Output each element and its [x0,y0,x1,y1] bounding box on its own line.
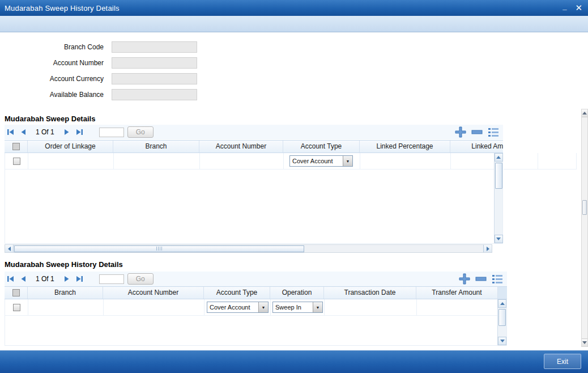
scroll-up-icon [500,302,505,305]
sweep-details-table-body: Cover Account ▼ [5,153,503,244]
branch-code-label: Branch Code [0,41,104,53]
page-scrollbar[interactable] [581,109,588,347]
row-actions [454,126,500,138]
sweep-details-pagination: 1 Of 1 Go [5,125,503,139]
sweep-details-table: Order of Linkage Branch Account Number A… [5,140,503,244]
page-indicator: 1 Of 1 [36,275,54,283]
horizontal-scrollbar-thumb[interactable] [14,245,304,252]
goto-page-input[interactable] [99,274,124,284]
scroll-left-button[interactable] [5,245,14,252]
scrollbar-thumb[interactable] [495,163,502,189]
column-header-transfer-amount: Transfer Amount [416,287,498,299]
scroll-up-icon [496,156,501,159]
linked-amount-cell [451,153,495,169]
scroll-down-icon [582,341,587,344]
sweep-history-heading: Mudarabah Sweep History Details [5,260,123,269]
column-header-linked-percentage: Linked Percentage [360,141,450,152]
table-row: Cover Account ▼ [5,153,495,169]
branch-code-field[interactable] [112,41,197,53]
column-header-branch: Branch [28,287,103,299]
account-currency-field[interactable] [112,73,197,84]
next-page-icon [63,275,70,282]
row-select-cell [5,153,28,169]
page-scroll-up-button[interactable] [582,109,587,117]
scroll-down-button[interactable] [495,235,503,243]
column-header-linked-amount: Linked Amount [450,141,503,152]
row-overflow-cell [538,153,577,169]
add-row-button[interactable] [458,273,471,285]
column-header-transaction-date: Transaction Date [324,287,416,299]
next-page-icon [63,129,70,135]
scroll-up-icon [582,112,587,115]
goto-page-input[interactable] [99,128,124,137]
column-header-account-number: Account Number [199,141,283,152]
footer-bar: Exit [0,350,588,373]
previous-page-icon [20,129,27,135]
select-all-checkbox[interactable] [12,289,20,296]
scroll-up-button[interactable] [498,299,506,308]
dropdown-arrow-icon: ▼ [258,302,268,312]
transaction-date-cell [325,299,417,316]
delete-row-button[interactable] [471,126,483,138]
select-all-checkbox[interactable] [12,143,20,150]
page-scrollbar-thumb[interactable] [582,200,587,215]
dropdown-arrow-icon: ▼ [343,156,352,166]
account-type-select[interactable]: Cover Account ▼ [289,155,353,167]
first-page-icon [7,129,15,135]
next-page-button[interactable] [62,274,72,284]
scroll-left-icon [8,247,11,251]
account-type-select[interactable]: Cover Account ▼ [207,302,269,313]
column-header-order-of-linkage: Order of Linkage [28,141,113,152]
header-scrollbar-spacer [498,287,507,299]
row-select-cell [5,299,28,316]
scroll-up-button[interactable] [495,153,503,162]
available-balance-field[interactable] [112,89,197,100]
minus-icon [475,273,487,285]
next-page-button[interactable] [62,127,72,137]
window-controls: _ ✕ [563,0,582,16]
row-checkbox[interactable] [13,304,20,311]
order-of-linkage-cell [28,153,114,169]
scroll-right-icon [487,247,489,251]
title-bar: Mudarabah Sweep History Details _ ✕ [0,0,588,16]
minimize-button[interactable]: _ [563,2,566,11]
delete-row-button[interactable] [475,273,487,285]
select-all-cell [5,287,28,299]
sweep-history-table-body: Cover Account ▼ Sweep In ▼ [5,299,507,346]
operation-select[interactable]: Sweep In ▼ [272,302,323,313]
exit-button[interactable]: Exit [544,354,581,369]
scroll-down-icon [500,340,505,342]
previous-page-icon [20,275,27,282]
account-number-field[interactable] [112,57,197,69]
scroll-right-button[interactable] [483,245,492,252]
last-page-button[interactable] [74,274,84,284]
pagination-nav: 1 Of 1 [6,127,84,137]
sweep-details-horizontal-scrollbar[interactable] [5,244,492,253]
scroll-down-icon [496,238,501,240]
go-button[interactable]: Go [127,126,154,138]
scrollbar-thumb[interactable] [498,309,506,326]
single-view-button[interactable] [491,273,504,285]
sweep-history-vertical-scrollbar[interactable] [497,299,506,345]
select-all-cell [5,141,28,152]
sweep-history-table: Branch Account Number Account Type Opera… [5,286,507,346]
available-balance-label: Available Balance [0,89,104,100]
previous-page-button[interactable] [18,274,28,284]
page-scroll-down-button[interactable] [582,338,587,346]
add-row-button[interactable] [454,126,467,138]
last-page-icon [75,129,83,135]
row-checkbox[interactable] [13,158,20,165]
first-page-button[interactable] [6,274,16,284]
go-button[interactable]: Go [127,273,154,285]
scroll-down-button[interactable] [498,337,506,345]
sweep-history-pagination: 1 Of 1 Go [5,272,507,286]
last-page-button[interactable] [74,127,84,137]
single-view-button[interactable] [487,126,500,138]
column-header-operation: Operation [270,287,324,299]
first-page-button[interactable] [6,127,16,137]
previous-page-button[interactable] [18,127,28,137]
page-indicator: 1 Of 1 [36,128,54,136]
close-button[interactable]: ✕ [575,3,582,13]
last-page-icon [75,275,83,282]
sweep-details-vertical-scrollbar[interactable] [494,153,502,243]
